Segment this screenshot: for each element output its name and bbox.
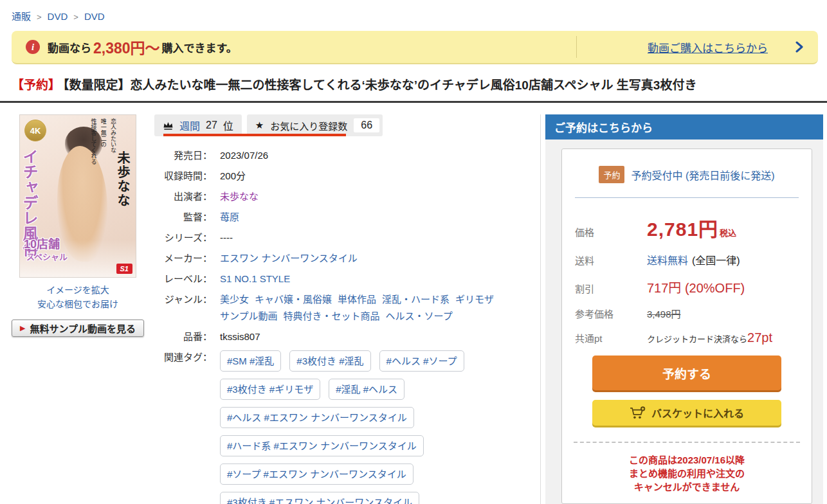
detail-row-release: 発売日： 2023/07/26 [154,148,540,162]
genre-links: 美少女キャバ嬢・風俗嬢単体作品淫乱・ハード系ギリモザサンプル動画特典付き・セット… [220,292,540,323]
play-icon: ▶ [20,324,25,332]
reference-price-label: 参考価格 [575,307,647,320]
page-title: 【予約】【数量限定】恋人みたいな唯一無二の性接客してくれる‘未歩なな’のイチャデ… [0,64,827,103]
price-label: 価格 [575,225,647,239]
video-purchase-link[interactable]: 動画ご購入はこちらから [648,39,768,55]
product-page: 通販>DVD>DVD i 動画なら 2,380円〜 購入できます。 動画ご購入は… [0,0,827,504]
detail-row-code: 品番： tkssis807 [154,330,540,343]
genre-link[interactable]: ヘルス・ソープ [386,309,453,323]
tag-pill[interactable]: #ヘルス #ソープ [379,350,464,372]
breadcrumb-link-shop[interactable]: 通販 [12,11,31,22]
main-content: 恋人みたいな 唯一無二の 性接客してくれる 未歩なな イチャデレ風俗 10店舗 … [0,103,827,504]
detail-label: 品番： [154,330,212,343]
order-sidebar: ご予約はこちらから 予約 予約受付中 (発売日前後に発送) 価格 2,781円 … [540,114,823,504]
cover-title-tail: スペシャル [26,250,68,262]
tax-included-label: 税込 [720,226,736,239]
product-cover-image[interactable]: 恋人みたいな 唯一無二の 性接客してくれる 未歩なな イチャデレ風俗 10店舗 … [19,114,136,278]
preorder-status-text: 予約受付中 (発売日前後に発送) [631,167,774,183]
director-link[interactable]: 苺原 [220,210,239,224]
cover-caption: イメージを拡大 安心な梱包でお届け [12,283,144,311]
add-to-basket-button[interactable]: バスケットに入れる [592,400,781,426]
order-status-row: 予約 予約受付中 (発売日前後に発送) [562,166,812,197]
tag-pill[interactable]: #3枚付き #エスワン ナンバーワンスタイル [220,492,419,504]
product-details: 週間 27 位 ★ お気に入り登録数 66 発売日： 2023/07/26 収録… [148,114,540,504]
detail-row-series: シリーズ： ---- [154,231,540,244]
detail-row-performer: 出演者： 未歩なな [154,190,540,203]
preorder-badge: 【予約】 [12,78,60,92]
favorite-count-label: お気に入り登録数 [270,119,347,132]
cancel-warning: この商品は2023/07/16以降まとめ機能の利用や注文のキャンセルができません [562,453,812,494]
tag-pill[interactable]: #淫乱 #ヘルス [329,379,404,400]
detail-label: 関連タグ： [154,350,212,364]
genre-link[interactable]: 淫乱・ハード系 [382,292,450,306]
genre-link[interactable]: 美少女 [220,292,249,306]
product-title-text: 【数量限定】恋人みたいな唯一無二の性接客してくれる‘未歩なな’のイチャデレ風俗1… [63,78,696,92]
tag-pill[interactable]: #SM #淫乱 [220,350,281,372]
4k-badge-icon: 4K [24,120,46,141]
price-table: 価格 2,781円 税込 送料 送料無料 (全国一律) 割引 717円 (20%… [562,213,812,345]
shipping-row: 送料 送料無料 (全国一律) [575,252,799,267]
points-value: 27pt [747,330,772,345]
genre-link[interactable]: キャバ嬢・風俗嬢 [255,292,332,306]
weekly-rank-badge: 週間 27 位 [154,114,242,136]
detail-row-director: 監督： 苺原 [154,210,540,224]
cover-title-sub: 10店舗 [24,235,60,251]
price-row: 価格 2,781円 税込 [575,213,799,242]
ranking-row: 週間 27 位 ★ お気に入り登録数 66 [154,114,383,136]
genre-link[interactable]: サンプル動画 [220,309,278,323]
order-sidebar-header: ご予約はこちらから [545,114,823,140]
chevron-right-icon[interactable] [795,41,804,53]
video-promo-banner: i 動画なら 2,380円〜 購入できます。 動画ご購入はこちらから [12,31,818,64]
release-date-value: 2023/07/26 [220,148,268,162]
tag-pill[interactable]: #3枚付き #淫乱 [289,350,370,372]
detail-label: 発売日： [154,148,212,162]
banner-text-suffix: 購入できます。 [162,39,237,55]
label-link[interactable]: S1 NO.1 STYLE [220,272,290,285]
left-column: 恋人みたいな 唯一無二の 性接客してくれる 未歩なな イチャデレ風俗 10店舗 … [12,114,148,504]
weekly-rank-link[interactable]: 週間 [179,118,200,133]
tag-pill[interactable]: #ハード系 #エスワン ナンバーワンスタイル [220,435,424,456]
series-value: ---- [220,231,233,244]
detail-row-maker: メーカー： エスワン ナンバーワンスタイル [154,251,540,265]
discount-value: 717円 (20%OFF) [647,278,745,296]
genre-link[interactable]: 特典付き・セット商品 [284,309,380,323]
points-note: クレジットカード決済なら [647,332,747,345]
breadcrumb-separator: > [73,12,78,22]
performer-link[interactable]: 未歩なな [220,190,259,203]
packing-info-link[interactable]: 安心な梱包でお届け [12,297,144,311]
banner-divider [576,36,577,58]
detail-row-duration: 収録時間： 200分 [154,169,540,183]
rank-underline-decoration [163,134,346,136]
breadcrumb-link-dvd-2[interactable]: DVD [84,11,105,22]
cart-plus-icon [630,406,646,420]
genre-link[interactable]: 単体作品 [338,292,376,306]
reserve-button[interactable]: 予約する [592,356,781,390]
reference-price-row: 参考価格 3,498円 [575,307,799,320]
detail-label: シリーズ： [154,231,212,244]
favorite-count-value: 66 [354,118,379,132]
info-icon: i [26,40,40,54]
free-sample-video-button[interactable]: ▶ 無料サンプル動画を見る [12,320,144,337]
star-icon: ★ [255,120,264,131]
rank-number: 27 [206,120,217,131]
favorite-count-badge: ★ お気に入り登録数 66 [247,114,383,136]
breadcrumb-link-dvd[interactable]: DVD [48,11,68,22]
image-zoom-link[interactable]: イメージを拡大 [12,283,144,297]
free-shipping-link[interactable]: 送料無料 [647,252,688,267]
shipping-note: (全国一律) [692,252,740,267]
tag-pill[interactable]: #ソープ #エスワン ナンバーワンスタイル [220,464,414,485]
tag-pill[interactable]: #ヘルス #エスワン ナンバーワンスタイル [220,407,414,428]
genre-link[interactable]: ギリモザ [455,292,494,306]
s1-brand-logo: S1 [116,264,132,274]
detail-row-genre: ジャンル： 美少女キャバ嬢・風俗嬢単体作品淫乱・ハード系ギリモザサンプル動画特典… [154,292,540,323]
maker-link[interactable]: エスワン ナンバーワンスタイル [220,251,358,265]
order-sidebar-body: 予約 予約受付中 (発売日前後に発送) 価格 2,781円 税込 送料 送料無料 [545,140,823,504]
status-divider [575,197,799,198]
detail-label: 収録時間： [154,169,212,183]
detail-row-label: レーベル： S1 NO.1 STYLE [154,272,540,285]
breadcrumb-separator: > [37,12,42,22]
discount-row: 割引 717円 (20%OFF) [575,278,799,296]
tag-pill[interactable]: #3枚付き #ギリモザ [220,379,320,400]
warning-line: まとめ機能の利用や注文の [562,467,812,480]
shipping-label: 送料 [575,253,647,267]
